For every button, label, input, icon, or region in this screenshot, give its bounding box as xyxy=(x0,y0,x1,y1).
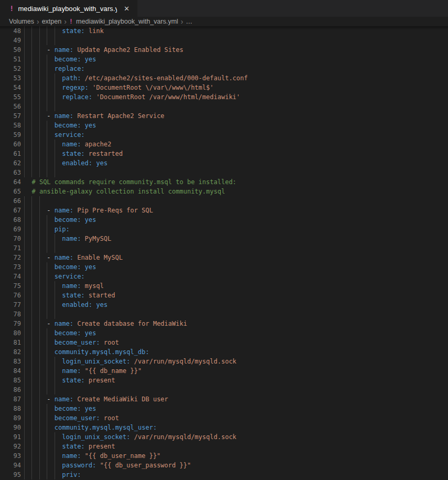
token-p: - xyxy=(47,254,54,261)
code-line[interactable]: 70 name: PyMySQL xyxy=(0,234,448,243)
code-line[interactable]: 67 - name: Pip Pre-Reqs for SQL xyxy=(0,206,448,215)
code-line[interactable]: 65 # ansible-galaxy collection install c… xyxy=(0,187,448,196)
indent-guide xyxy=(24,385,25,394)
code-line[interactable]: 53 path: /etc/apache2/sites-enabled/000-… xyxy=(0,73,448,83)
chevron-right-icon: › xyxy=(181,18,184,25)
code-line[interactable]: 79 - name: Create database for MediaWiki xyxy=(0,319,448,328)
code-line[interactable]: 94 password: "{{ db_user_password }}" xyxy=(0,461,448,470)
code-line[interactable]: 68 become: yes xyxy=(0,215,448,225)
indent-guide xyxy=(31,168,32,177)
code-line[interactable]: 80 become: yes xyxy=(0,328,448,338)
line-number: 80 xyxy=(0,328,21,338)
code-line[interactable]: 69 pip: xyxy=(0,225,448,234)
code-line[interactable]: 56 xyxy=(0,102,448,111)
code-line[interactable]: 90 community.mysql.mysql_user: xyxy=(0,423,448,432)
token-k: state: xyxy=(62,292,84,299)
code-line[interactable]: 73 become: yes xyxy=(0,262,448,272)
code-line[interactable]: 83 login_unix_socket: /var/run/mysqld/my… xyxy=(0,357,448,366)
code-line[interactable]: 55 replace: 'DocumentRoot /var/www/html/… xyxy=(0,92,448,102)
code-text: service: xyxy=(24,272,85,281)
code-line[interactable]: 88 become: yes xyxy=(0,404,448,413)
code-line[interactable]: 50 - name: Update Apache2 Enabled Sites xyxy=(0,45,448,55)
breadcrumb-item-extpen[interactable]: extpen xyxy=(42,18,62,25)
code-line[interactable]: 74 service: xyxy=(0,272,448,281)
code-line[interactable]: 76 state: started xyxy=(0,291,448,300)
code-text: name: "{{ db_user_name }}" xyxy=(24,451,161,461)
line-number: 48 xyxy=(0,26,21,36)
breadcrumb: Volumes›extpen›!mediawiki_playbook_with_… xyxy=(0,17,448,26)
token-k: pip: xyxy=(55,226,70,233)
code-line[interactable]: 81 become_user: root xyxy=(0,338,448,347)
code-line[interactable]: 87 - name: Create MediaWiki DB user xyxy=(0,394,448,404)
line-number: 53 xyxy=(0,73,21,83)
vscode-window: ! mediawiki_playbook_with_vars.yml ✕ Vol… xyxy=(0,0,448,480)
code-line[interactable]: 58 become: yes xyxy=(0,121,448,130)
code-line[interactable]: 77 enabled: yes xyxy=(0,300,448,310)
code-line[interactable]: 61 state: restarted xyxy=(0,149,448,158)
indent-guide xyxy=(39,196,40,206)
line-number: 67 xyxy=(0,206,21,215)
code-text: name: PyMySQL xyxy=(24,234,111,243)
indent-guide xyxy=(39,243,40,253)
editor-code-area[interactable]: 48 state: link4950 - name: Update Apache… xyxy=(0,26,448,480)
code-line[interactable]: 49 xyxy=(0,36,448,45)
token-v: Update Apache2 Enabled Sites xyxy=(73,46,184,54)
code-line[interactable]: 62 enabled: yes xyxy=(0,158,448,168)
code-line[interactable]: 93 name: "{{ db_user_name }}" xyxy=(0,451,448,461)
token-k: name: xyxy=(62,282,81,290)
line-number: 85 xyxy=(0,376,21,385)
code-text: become_user: root xyxy=(24,413,119,423)
code-line[interactable]: 48 state: link xyxy=(0,26,448,36)
code-line[interactable]: 64 # SQL commands require community.msql… xyxy=(0,177,448,187)
code-line[interactable]: 63 xyxy=(0,168,448,177)
code-text: state: restarted xyxy=(24,149,123,158)
code-line[interactable]: 86 xyxy=(0,385,448,394)
code-line[interactable]: 72 - name: Enable MySQL xyxy=(0,253,448,262)
code-line[interactable]: 91 login_unix_socket: /var/run/mysqld/my… xyxy=(0,432,448,442)
code-line[interactable]: 82 community.mysql.mysql_db: xyxy=(0,347,448,357)
code-line[interactable]: 60 name: apache2 xyxy=(0,140,448,149)
code-line[interactable]: 78 xyxy=(0,310,448,319)
code-line[interactable]: 59 service: xyxy=(0,130,448,140)
breadcrumb-item-volumes[interactable]: Volumes xyxy=(9,18,34,25)
tab-mediawiki-playbook[interactable]: ! mediawiki_playbook_with_vars.yml ✕ xyxy=(0,0,137,17)
line-number: 82 xyxy=(0,347,21,357)
code-line[interactable]: 89 become_user: root xyxy=(0,413,448,423)
token-k: become: xyxy=(55,263,81,271)
code-text: state: present xyxy=(24,442,115,451)
code-line[interactable]: 52 replace: xyxy=(0,64,448,73)
code-line[interactable]: 92 state: present xyxy=(0,442,448,451)
breadcrumb-item-file[interactable]: !mediawiki_playbook_with_vars.yml xyxy=(69,18,178,25)
line-number: 94 xyxy=(0,461,21,470)
indent-guide xyxy=(24,243,25,253)
token-k: state: xyxy=(62,27,84,35)
code-line[interactable]: 95 priv: xyxy=(0,470,448,479)
token-c: # SQL commands require community.msql to… xyxy=(31,178,236,186)
line-number: 54 xyxy=(0,83,21,92)
indent-guide xyxy=(31,243,32,253)
token-v: link xyxy=(85,27,104,35)
code-line[interactable]: 85 state: present xyxy=(0,376,448,385)
code-line[interactable]: 71 xyxy=(0,243,448,253)
token-v: Create database for MediaWiki xyxy=(73,320,187,327)
code-line[interactable]: 51 become: yes xyxy=(0,55,448,64)
line-number: 84 xyxy=(0,366,21,376)
indent-guide xyxy=(39,102,40,111)
code-text: state: present xyxy=(24,376,115,385)
indent-guide xyxy=(47,102,47,111)
code-text: # ansible-galaxy collection install comm… xyxy=(24,187,225,196)
token-k: enabled: xyxy=(62,159,92,167)
token-k: become: xyxy=(55,122,81,129)
close-icon[interactable]: ✕ xyxy=(122,4,131,13)
code-line[interactable]: 75 name: mysql xyxy=(0,281,448,291)
indent-guide xyxy=(31,196,32,206)
token-k: name: xyxy=(55,207,73,214)
code-line[interactable]: 57 - name: Restart Apache2 Service xyxy=(0,111,448,121)
breadcrumb-item-more[interactable]: … xyxy=(186,18,193,25)
indent-guide xyxy=(55,36,55,45)
code-line[interactable]: 54 regexp: 'DocumentRoot \/var\/www\/htm… xyxy=(0,83,448,92)
token-k: replace: xyxy=(55,65,85,72)
indent-guide xyxy=(31,310,32,319)
code-line[interactable]: 84 name: "{{ db_name }}" xyxy=(0,366,448,376)
code-line[interactable]: 66 xyxy=(0,196,448,206)
